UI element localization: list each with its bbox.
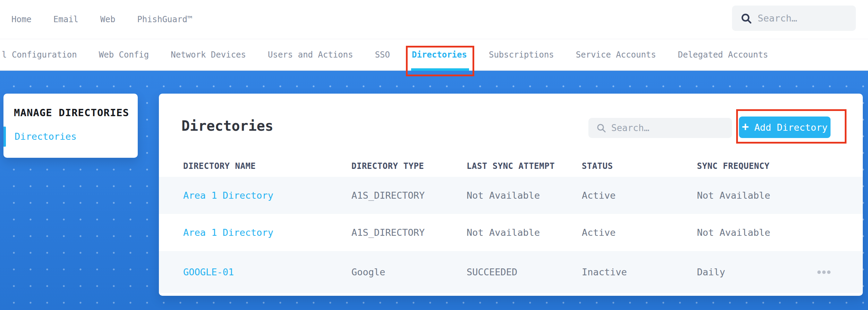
sub-nav-item-web-config[interactable]: Web Config [99,39,149,71]
content-area: MANAGE DIRECTORIES Directories Directori… [0,71,868,310]
search-icon [740,12,752,24]
sidebar-title: MANAGE DIRECTORIES [14,107,129,119]
sync-frequency-cell: Not Available [697,227,817,238]
sync-frequency-cell: Daily [697,267,817,277]
sub-nav-item-sso[interactable]: SSO [375,39,390,71]
top-nav-item-home[interactable]: Home [11,15,32,24]
active-tab-underline [411,68,469,71]
add-directory-button[interactable]: + Add Directory [739,117,831,138]
directory-name-link[interactable]: GOOGLE-01 [183,267,351,277]
last-sync-attempt-cell: Not Available [467,190,582,201]
table-row: Area 1 Directory A1S_DIRECTORY Not Avail… [159,177,863,214]
top-nav: Home Email Web PhishGuard™ [0,0,868,39]
add-directory-button-label: Add Directory [754,122,827,133]
last-sync-attempt-cell: Not Available [467,227,582,238]
status-cell: Active [582,190,697,201]
column-header-directory-type: DIRECTORY TYPE [351,161,467,171]
ellipsis-menu-icon[interactable] [817,268,831,276]
table-row: GOOGLE-01 Google SUCCEEDED Inactive Dail… [159,251,863,293]
directories-search-input[interactable] [611,123,727,133]
table-header-row: DIRECTORY NAME DIRECTORY TYPE LAST SYNC … [159,155,863,177]
sub-nav: l Configuration Web Config Network Devic… [0,39,868,71]
column-header-status: STATUS [582,161,697,171]
directories-table: DIRECTORY NAME DIRECTORY TYPE LAST SYNC … [159,155,863,293]
table-row: Area 1 Directory A1S_DIRECTORY Not Avail… [159,214,863,251]
sub-nav-item-network-devices[interactable]: Network Devices [171,39,246,71]
top-nav-item-phishguard[interactable]: PhishGuard™ [137,15,192,24]
plus-icon: + [742,121,749,132]
top-nav-item-web[interactable]: Web [100,15,115,24]
sidebar-card: MANAGE DIRECTORIES Directories [3,94,138,158]
search-icon [596,123,606,133]
sub-nav-item-directories-label: Directories [412,50,467,60]
sub-nav-item-service-accounts[interactable]: Service Accounts [576,39,656,71]
column-header-sync-frequency: SYNC FREQUENCY [697,161,817,171]
sync-frequency-cell: Not Available [697,190,817,201]
screen: Home Email Web PhishGuard™ l Configurati… [0,0,868,310]
directory-type-cell: Google [351,267,467,277]
sidebar-item-directories[interactable]: Directories [15,131,77,142]
global-search-box [732,6,856,31]
status-cell: Inactive [582,267,697,277]
directories-search-box [588,118,732,138]
top-nav-item-email[interactable]: Email [53,15,78,24]
sub-nav-item-delegated-accounts[interactable]: Delegated Accounts [678,39,768,71]
top-nav-items: Home Email Web PhishGuard™ [0,15,192,24]
sub-nav-item-users-and-actions[interactable]: Users and Actions [268,39,353,71]
directory-name-link[interactable]: Area 1 Directory [183,190,351,201]
sidebar-active-indicator [3,127,6,147]
sub-nav-item-subscriptions[interactable]: Subscriptions [489,39,554,71]
sub-nav-item-email-configuration[interactable]: l Configuration [2,39,77,71]
status-cell: Active [582,227,697,238]
directory-type-cell: A1S_DIRECTORY [351,190,467,201]
global-search-input[interactable] [758,13,850,24]
column-header-last-sync-attempt: LAST SYNC ATTEMPT [467,161,582,171]
sub-nav-items: l Configuration Web Config Network Devic… [0,39,768,71]
last-sync-attempt-cell: SUCCEEDED [467,267,582,277]
column-header-directory-name: DIRECTORY NAME [183,161,351,171]
sub-nav-item-directories[interactable]: Directories [412,39,467,71]
directories-card: Directories + Add Directory DIRECTORY NA… [159,94,863,296]
row-actions-cell [817,268,863,276]
page-title: Directories [181,118,273,134]
directory-name-link[interactable]: Area 1 Directory [183,227,351,238]
directory-type-cell: A1S_DIRECTORY [351,227,467,238]
